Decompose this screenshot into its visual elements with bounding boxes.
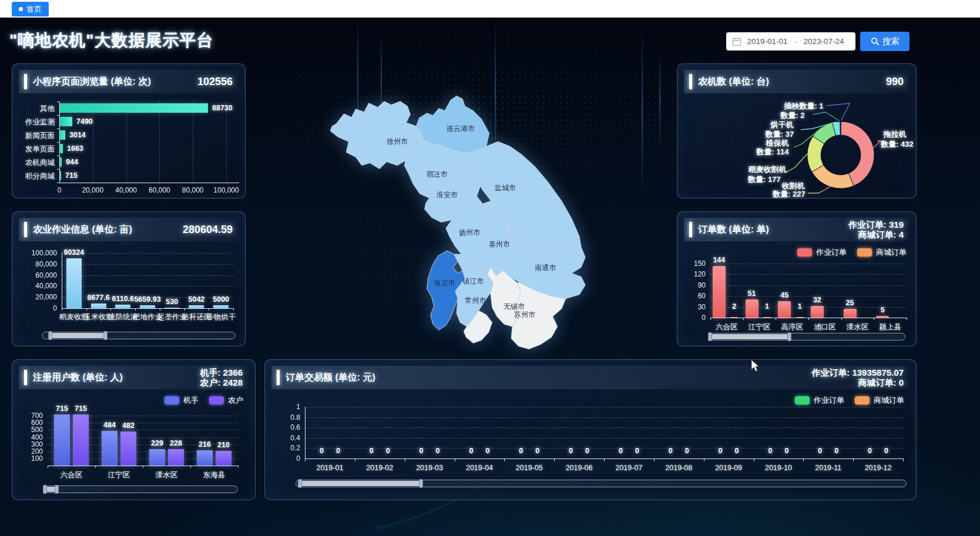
date-range-picker[interactable]: 2019-01-01 - 2023-07-24 (726, 32, 855, 50)
bar[interactable] (60, 103, 208, 113)
pie-slice-label: 烘干机 (770, 120, 794, 129)
bar[interactable] (197, 450, 213, 466)
y-tick-label: 0 (21, 304, 57, 312)
bar[interactable] (876, 316, 889, 318)
y-axis (305, 407, 306, 459)
bar[interactable] (165, 308, 180, 308)
bar[interactable] (844, 309, 857, 318)
category-label: 六合区 (710, 322, 743, 332)
bar[interactable] (189, 305, 204, 308)
category-label: 2019-11 (803, 464, 853, 472)
bar[interactable] (811, 306, 824, 318)
bar[interactable] (54, 414, 70, 466)
data-zoom-slider[interactable] (296, 480, 907, 487)
y-tick-label: 100 (21, 454, 43, 463)
value-label: 944 (66, 158, 78, 166)
value-label: 5000 (197, 295, 244, 304)
y-tick-label: 30 (686, 303, 706, 311)
bar[interactable] (60, 171, 61, 180)
panel-stats: 作业订单: 319 商城订单: 4 (848, 220, 904, 240)
panel-header: 订单交易额 (单位: 元) 作业订单: 13935875.07 商城订单: 0 (271, 366, 909, 389)
bar[interactable] (730, 317, 738, 318)
bar[interactable] (91, 304, 106, 308)
date-end-value[interactable]: 2023-07-24 (798, 37, 850, 46)
registered-users-chart: 700600500400300200100六合区715715江宁区484482溧… (21, 392, 249, 497)
y-tick-label: 0 (274, 454, 300, 463)
stat-work-turnover: 作业订单: 13935875.07 (811, 368, 904, 377)
gridline (710, 264, 907, 264)
bar[interactable] (60, 130, 65, 140)
bar[interactable] (168, 449, 184, 466)
bar[interactable] (60, 144, 63, 153)
page-views-chart: 其他88730作业监测7490新闻页面3014发单页面1663农机商城944积分… (21, 98, 239, 197)
pie-slice-label: 数量: 227 (772, 190, 806, 198)
bar[interactable] (102, 431, 118, 466)
bar[interactable] (149, 449, 165, 466)
x-tick-label: 80,000 (175, 186, 210, 194)
panel-stats: 作业订单: 13935875.07 商城订单: 0 (811, 368, 904, 387)
category-label: 其他 (21, 104, 55, 114)
tab-home[interactable]: 首页 (12, 2, 49, 16)
category-label: 积分商城 (21, 171, 55, 181)
header-accent-bar (24, 74, 27, 89)
panel-title: 注册用户数 (单位: 人) (33, 372, 123, 384)
bar[interactable] (120, 432, 136, 466)
farm-work-chart: 100,00080,00060,00040,00020,000090324稻麦收… (21, 245, 239, 345)
bar[interactable] (216, 451, 231, 466)
orders-chart: 1501209060300六合区1442江宁区511高淳区451浦口区32溧水区… (686, 244, 910, 345)
bar[interactable] (115, 305, 130, 308)
panel-header: 小程序页面浏览量 (单位: 次) 102556 (19, 70, 239, 93)
data-zoom-slider[interactable] (44, 486, 238, 493)
value-label: 0 (532, 447, 543, 455)
topbar: 首页 (0, 0, 980, 18)
data-zoom-slider[interactable] (42, 332, 236, 339)
data-zoom-window[interactable] (50, 333, 106, 338)
pie-slice-label: 数量: 432 (880, 140, 914, 149)
stat-work-orders: 作业订单: 319 (848, 220, 904, 230)
axis-tick (135, 308, 136, 311)
y-axis (62, 253, 62, 308)
value-label: 0 (681, 447, 693, 455)
value-label: 0 (415, 447, 427, 455)
bar[interactable] (60, 117, 72, 126)
category-label: 江宁区 (743, 322, 776, 332)
category-label: 高淳区 (776, 322, 808, 332)
value-label: 45 (767, 291, 802, 299)
data-zoom-window[interactable] (710, 334, 790, 339)
bar[interactable] (213, 305, 229, 308)
header-accent-bar (24, 222, 27, 237)
y-tick-label: 80,000 (21, 260, 57, 268)
axis-tick (238, 466, 239, 468)
data-zoom-slider[interactable] (709, 333, 905, 341)
calendar-icon (732, 37, 741, 46)
dashboard-stage: "嘀地农机"大数据展示平台 2019-01-01 - 2023-07-24 搜索… (0, 18, 980, 536)
axis-tick (654, 459, 655, 461)
search-button[interactable]: 搜索 (860, 32, 909, 51)
data-zoom-window[interactable] (45, 487, 57, 492)
bar[interactable] (763, 317, 771, 318)
mouse-cursor (751, 359, 760, 372)
pie-label-line (808, 187, 830, 193)
value-label: 0 (332, 447, 344, 455)
map-city-label: 扬州市 (458, 228, 480, 237)
map-city-label: 苏州市 (514, 311, 535, 319)
gridline (62, 264, 233, 265)
stat-mall-orders: 商城订单: 4 (848, 230, 904, 240)
tab-dot-icon (19, 7, 23, 11)
date-separator: - (793, 37, 798, 46)
axis-tick (355, 459, 355, 461)
category-label: 发单页面 (21, 144, 55, 154)
value-label: 0 (465, 447, 477, 455)
value-label: 3014 (69, 131, 86, 139)
y-tick-label: 0.8 (274, 413, 300, 422)
pie-slice-label: 数量: 2 (780, 111, 804, 120)
y-tick-label: 0.4 (274, 434, 300, 442)
panel-title: 订单交易额 (单位: 元) (286, 372, 375, 384)
bar[interactable] (796, 317, 804, 318)
value-label: 88730 (212, 104, 233, 112)
data-zoom-window[interactable] (300, 481, 421, 486)
bar[interactable] (73, 414, 89, 466)
pie-slice[interactable] (812, 165, 854, 188)
date-start-value[interactable]: 2019-01-01 (741, 37, 793, 46)
bar[interactable] (60, 157, 62, 167)
